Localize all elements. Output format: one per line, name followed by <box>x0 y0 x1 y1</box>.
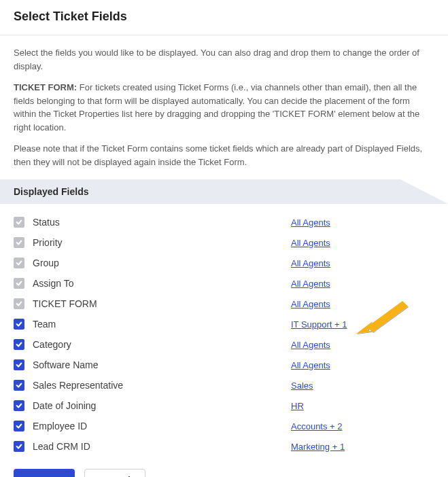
checkbox-software-name[interactable] <box>14 359 24 370</box>
checkbox-status <box>14 217 24 228</box>
checkbox-ticket-form <box>14 298 24 309</box>
intro-p3: Please note that if the Ticket Form cont… <box>14 142 434 169</box>
check-icon <box>16 239 22 246</box>
visibility-link-group[interactable]: All Agents <box>291 258 330 268</box>
checkbox-category[interactable] <box>14 339 24 350</box>
check-icon <box>16 280 22 287</box>
field-row-software-name[interactable]: Software NameAll Agents <box>14 355 434 375</box>
field-label-date-joining: Date of Joining <box>33 400 291 411</box>
visibility-link-software-name[interactable]: All Agents <box>291 360 330 370</box>
field-label-lead-crm-id: Lead CRM ID <box>33 441 291 452</box>
field-label-team: Team <box>33 319 291 330</box>
visibility-link-assign-to[interactable]: All Agents <box>291 279 330 289</box>
check-icon <box>16 402 22 409</box>
field-row-assign-to[interactable]: Assign ToAll Agents <box>14 273 434 294</box>
check-icon <box>16 361 22 368</box>
checkbox-employee-id[interactable] <box>14 421 24 431</box>
section-title: Displayed Fields <box>14 186 88 197</box>
visibility-link-priority[interactable]: All Agents <box>291 238 330 248</box>
fields-list: StatusAll AgentsPriorityAll AgentsGroupA… <box>0 204 448 461</box>
field-label-ticket-form: TICKET FORM <box>33 298 291 309</box>
checkbox-team[interactable] <box>14 319 24 330</box>
ticket-form-label: TICKET FORM: <box>14 82 77 92</box>
check-icon <box>16 260 22 266</box>
save-button[interactable]: Save <box>14 469 75 477</box>
checkbox-assign-to <box>14 278 24 289</box>
field-row-group[interactable]: GroupAll Agents <box>14 253 434 273</box>
checkbox-lead-crm-id[interactable] <box>14 441 24 452</box>
check-icon <box>16 423 22 429</box>
visibility-link-category[interactable]: All Agents <box>291 340 330 350</box>
field-label-sales-rep: Sales Representative <box>33 380 291 391</box>
check-icon <box>16 321 22 328</box>
visibility-link-sales-rep[interactable]: Sales <box>291 381 313 391</box>
intro-p2: TICKET FORM: For tickets created using T… <box>14 81 434 134</box>
check-icon <box>16 341 22 348</box>
field-row-category[interactable]: CategoryAll Agents <box>14 334 434 355</box>
checkbox-sales-rep[interactable] <box>14 380 24 391</box>
field-label-software-name: Software Name <box>33 359 291 370</box>
field-row-lead-crm-id[interactable]: Lead CRM IDMarketing + 1 <box>14 436 434 457</box>
visibility-link-team[interactable]: IT Support + 1 <box>291 319 347 330</box>
visibility-link-date-joining[interactable]: HR <box>291 401 304 411</box>
field-row-ticket-form[interactable]: TICKET FORMAll Agents <box>14 294 434 314</box>
page-title: Select Ticket Fields <box>14 10 434 24</box>
check-icon <box>16 300 22 307</box>
field-row-priority[interactable]: PriorityAll Agents <box>14 232 434 253</box>
visibility-link-ticket-form[interactable]: All Agents <box>291 299 330 309</box>
field-label-employee-id: Employee ID <box>33 421 291 431</box>
dialog-header: Select Ticket Fields <box>0 0 448 35</box>
checkbox-date-joining[interactable] <box>14 400 24 411</box>
field-label-priority: Priority <box>33 237 291 248</box>
action-bar: Save Cancel <box>0 461 448 477</box>
field-label-group: Group <box>33 258 291 268</box>
checkbox-group <box>14 258 24 268</box>
field-row-employee-id[interactable]: Employee IDAccounts + 2 <box>14 416 434 436</box>
visibility-link-lead-crm-id[interactable]: Marketing + 1 <box>291 442 345 452</box>
intro-p1: Select the fields you would like to be d… <box>14 46 434 73</box>
check-icon <box>16 219 22 226</box>
field-label-category: Category <box>33 339 291 350</box>
visibility-link-employee-id[interactable]: Accounts + 2 <box>291 421 343 431</box>
field-label-status: Status <box>33 217 291 228</box>
displayed-fields-header: Displayed Fields <box>0 179 448 204</box>
field-row-date-joining[interactable]: Date of JoiningHR <box>14 395 434 416</box>
checkbox-priority <box>14 237 24 248</box>
intro-block: Select the fields you would like to be d… <box>0 35 448 179</box>
field-label-assign-to: Assign To <box>33 278 291 289</box>
field-row-sales-rep[interactable]: Sales RepresentativeSales <box>14 375 434 395</box>
visibility-link-status[interactable]: All Agents <box>291 217 330 228</box>
check-icon <box>16 382 22 389</box>
check-icon <box>16 443 22 450</box>
field-row-team[interactable]: TeamIT Support + 1 <box>14 314 434 334</box>
cancel-button[interactable]: Cancel <box>84 469 145 477</box>
field-row-status[interactable]: StatusAll Agents <box>14 212 434 232</box>
